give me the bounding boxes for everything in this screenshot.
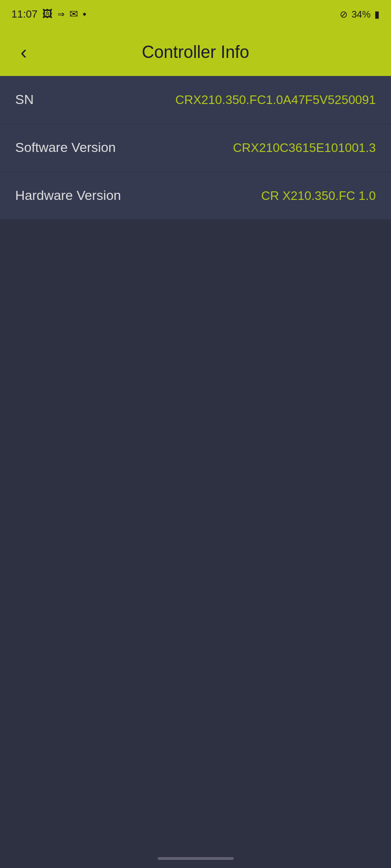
cast-icon: ⇒ <box>57 9 65 19</box>
hardware-version-row: Hardware Version CR X210.350.FC 1.0 <box>0 172 391 220</box>
software-version-row: Software Version CRX210C3615E101001.3 <box>0 124 391 172</box>
battery-percent: 34% <box>352 9 371 20</box>
content-area: SN CRX210.350.FC1.0A47F5V5250091 Softwar… <box>0 76 391 868</box>
status-bar: 11:07 🖼 ⇒ ✉ • ⊘ 34% ▮ <box>0 0 391 28</box>
do-not-disturb-icon: ⊘ <box>340 9 348 20</box>
time-display: 11:07 <box>11 8 38 20</box>
app-bar: ‹ Controller Info <box>0 28 391 76</box>
hardware-version-value: CR X210.350.FC 1.0 <box>261 189 376 203</box>
status-bar-right: ⊘ 34% ▮ <box>340 9 380 20</box>
sn-label: SN <box>15 92 34 107</box>
back-arrow-icon: ‹ <box>20 42 27 63</box>
sn-value: CRX210.350.FC1.0A47F5V5250091 <box>175 93 376 107</box>
page-title: Controller Info <box>142 42 249 62</box>
software-version-label: Software Version <box>15 140 116 155</box>
sn-row: SN CRX210.350.FC1.0A47F5V5250091 <box>0 76 391 124</box>
dot-icon: • <box>83 8 86 20</box>
back-button[interactable]: ‹ <box>11 40 36 65</box>
hardware-version-label: Hardware Version <box>15 188 121 203</box>
empty-content-area <box>0 220 391 790</box>
battery-icon: ▮ <box>374 9 380 20</box>
nav-home-indicator <box>158 857 234 860</box>
bottom-navigation-bar <box>0 849 391 868</box>
status-bar-left: 11:07 🖼 ⇒ ✉ • <box>11 8 86 20</box>
message-icon: ✉ <box>69 8 78 20</box>
gallery-icon: 🖼 <box>42 8 53 20</box>
software-version-value: CRX210C3615E101001.3 <box>233 141 376 155</box>
